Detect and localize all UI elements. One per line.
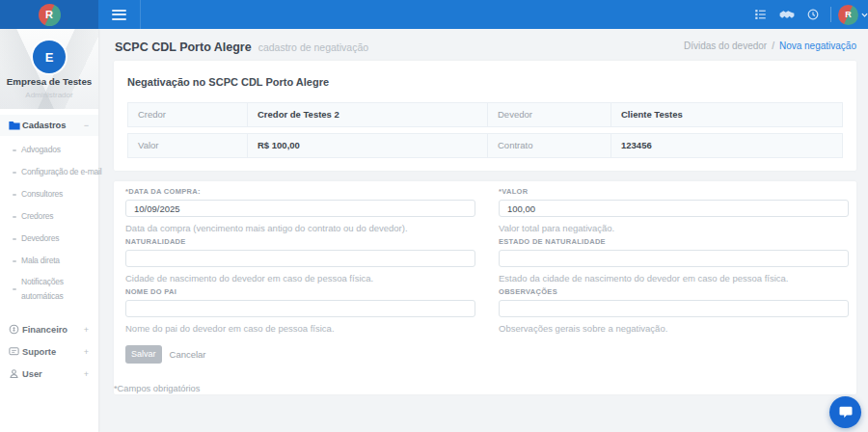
field-data-da-compra: *DATA DA COMPRA: Data da compra (vencime… xyxy=(125,187,475,233)
field-label: OBSERVAÇÕES xyxy=(499,287,849,296)
sidebar-item-mala-direta[interactable]: Mala direta xyxy=(0,250,98,272)
dash-icon xyxy=(13,288,16,290)
sidebar-item-label: User xyxy=(22,369,84,379)
hamburger-menu-icon[interactable] xyxy=(112,7,126,22)
form-card: *DATA DA COMPRA: Data da compra (vencime… xyxy=(114,181,856,394)
cell-value: R$ 100,00 xyxy=(247,134,487,157)
field-valor: *VALOR Valor total para negativação. xyxy=(499,187,849,233)
field-label: NATURALIDADE xyxy=(125,237,475,246)
sidebar-item-financeiro[interactable]: Financeiro + xyxy=(0,318,98,340)
sidebar-item-label: Financeiro xyxy=(22,325,84,335)
avatar-letter: R xyxy=(845,10,852,19)
person-icon xyxy=(9,368,20,379)
cell-label: Valor xyxy=(128,134,247,157)
chevron-down-icon[interactable] xyxy=(861,13,868,17)
company-name: Empresa de Testes xyxy=(0,76,98,87)
sidebar-profile: E Empresa de Testes Administrador xyxy=(0,29,98,109)
brand-logo-icon: R xyxy=(39,4,61,26)
breadcrumb: Dívidas do devedor/Nova negativação xyxy=(684,40,856,51)
cell-value: 123456 xyxy=(610,134,842,157)
field-help: Nome do pai do devedor em caso de pessoa… xyxy=(125,323,475,334)
clock-icon[interactable] xyxy=(807,9,819,20)
field-label: NOME DO PAI xyxy=(125,287,475,296)
required-fields-note: *Campos obrigatórios xyxy=(114,384,849,394)
sidebar-item-user[interactable]: User + xyxy=(0,363,98,385)
field-help: Estado da cidade de nascimento do devedo… xyxy=(499,273,849,284)
page-title-row: SCPC CDL Porto Alegrecadastro de negativ… xyxy=(115,38,368,55)
cell-label: Devedor xyxy=(487,103,610,126)
sidebar-item-consultores[interactable]: Consultores xyxy=(0,183,98,205)
sidebar-item-notificacoes-automaticas[interactable]: Notificações automáticas xyxy=(0,272,98,307)
topbar-divider xyxy=(830,7,831,22)
sidebar-item-label: Suporte xyxy=(22,347,84,357)
chat-bubble-icon xyxy=(839,406,853,418)
summary-card: Negativação no SCPC CDL Porto Alegre Cre… xyxy=(114,61,856,171)
breadcrumb-parent[interactable]: Dívidas do devedor xyxy=(684,40,767,51)
topbar-brand[interactable]: R xyxy=(0,0,98,29)
coin-icon xyxy=(9,324,20,335)
field-label: *DATA DA COMPRA: xyxy=(125,187,475,196)
topbar: R R xyxy=(0,0,868,29)
chat-fab-button[interactable] xyxy=(829,396,861,428)
field-nome-do-pai: NOME DO PAI Nome do pai do devedor em ca… xyxy=(125,287,475,334)
nome-do-pai-input[interactable] xyxy=(125,300,475,317)
field-naturalidade: NATURALIDADE Cidade de nascimento do dev… xyxy=(125,237,475,284)
handshake-icon[interactable] xyxy=(779,10,795,19)
dash-icon xyxy=(13,216,16,218)
folder-icon xyxy=(9,121,20,130)
summary-card-title: Negativação no SCPC CDL Porto Alegre xyxy=(127,76,843,89)
observacoes-input[interactable] xyxy=(499,300,849,317)
field-observacoes: OBSERVAÇÕES Observações gerais sobre a n… xyxy=(499,287,849,334)
cell-value: Cliente Testes xyxy=(610,103,842,126)
collapse-icon: − xyxy=(84,121,89,130)
page-subtitle: cadastro de negativação xyxy=(258,41,368,53)
field-help: Cidade de nascimento do devedor em caso … xyxy=(125,273,475,284)
expand-icon: + xyxy=(84,369,89,379)
company-role: Administrador xyxy=(0,91,98,99)
estado-de-naturalidade-input[interactable] xyxy=(499,250,849,267)
page-title: SCPC CDL Porto Alegre xyxy=(115,40,252,54)
user-avatar[interactable]: R xyxy=(838,5,858,25)
valor-input[interactable] xyxy=(499,200,849,217)
field-label: *VALOR xyxy=(499,187,849,196)
sidebar-item-configuracao-de-email[interactable]: Configuração de e-mail xyxy=(0,161,98,183)
naturalidade-input[interactable] xyxy=(125,250,475,267)
cell-value: Credor de Testes 2 xyxy=(247,103,487,126)
sidebar-item-cadastros[interactable]: Cadastros − xyxy=(0,115,98,136)
sidebar-item-suporte[interactable]: Suporte + xyxy=(0,340,98,363)
cell-label: Contrato xyxy=(487,134,610,157)
dash-icon xyxy=(13,238,16,240)
field-estado-de-naturalidade: ESTADO DE NATURALIDADE Estado da cidade … xyxy=(499,237,849,284)
dash-icon xyxy=(13,260,16,262)
sidebar-item-label: Cadastros xyxy=(22,121,84,130)
sidebar-item-credores[interactable]: Credores xyxy=(0,205,98,228)
topbar-divider xyxy=(140,0,141,29)
dash-icon xyxy=(13,149,16,151)
field-help: Observações gerais sobre a negativação. xyxy=(499,323,849,334)
expand-icon: + xyxy=(84,347,89,357)
field-help: Data da compra (vencimento mais antigo d… xyxy=(125,223,475,233)
field-help: Valor total para negativação. xyxy=(499,223,849,233)
company-avatar[interactable]: E xyxy=(33,40,66,73)
tasks-icon[interactable] xyxy=(754,9,767,20)
main-content: SCPC CDL Porto Alegrecadastro de negativ… xyxy=(98,29,868,432)
company-avatar-letter: E xyxy=(45,50,54,65)
breadcrumb-current[interactable]: Nova negativação xyxy=(779,40,856,51)
table-row: Credor Credor de Testes 2 Devedor Client… xyxy=(127,102,843,127)
sidebar-item-advogados[interactable]: Advogados xyxy=(0,139,98,161)
dash-icon xyxy=(13,194,16,196)
cancel-button[interactable]: Cancelar xyxy=(170,349,206,360)
data-da-compra-input[interactable] xyxy=(125,200,475,217)
save-button[interactable]: Salvar xyxy=(125,345,162,364)
brand-letter: R xyxy=(45,9,53,20)
sidebar: E Empresa de Testes Administrador Cadast… xyxy=(0,29,98,432)
cell-label: Credor xyxy=(128,103,247,126)
expand-icon: + xyxy=(84,325,89,335)
chat-icon xyxy=(9,347,20,357)
sidebar-item-devedores[interactable]: Devedores xyxy=(0,228,98,250)
table-row: Valor R$ 100,00 Contrato 123456 xyxy=(127,133,843,158)
field-label: ESTADO DE NATURALIDADE xyxy=(499,237,849,246)
dash-icon xyxy=(13,172,16,174)
